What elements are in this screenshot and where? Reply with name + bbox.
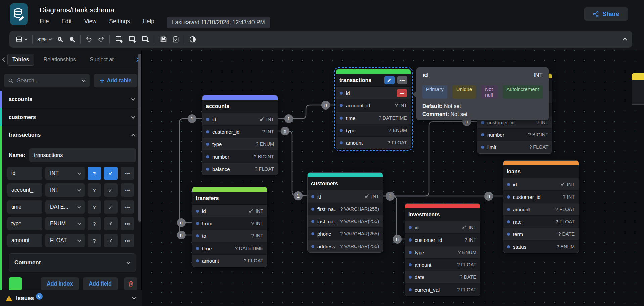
table-field-row[interactable]: status? ENUM [503, 240, 579, 253]
zoom-level-dropdown[interactable]: 82% [37, 37, 52, 42]
add-table-button-sidebar[interactable]: Add table [94, 74, 137, 87]
field-type-select[interactable]: FLOAT [45, 234, 85, 247]
table-field-row[interactable]: customer_id? INT [405, 233, 480, 246]
table-field-row[interactable]: idINT [308, 190, 383, 203]
redo-button[interactable] [97, 36, 105, 43]
table-field-row[interactable]: last_na...? VARCHAR(255) [308, 215, 383, 227]
tabs-scroll-left-icon[interactable] [2, 57, 5, 62]
field-nullable-toggle[interactable]: ? [88, 217, 101, 230]
menu-item-edit[interactable]: Edit [61, 18, 71, 25]
field-more-button[interactable]: ••• [121, 234, 134, 247]
field-more-button[interactable]: ••• [121, 183, 134, 197]
table-field-row[interactable]: type? ENUM [202, 138, 278, 150]
drawdb-logo-icon[interactable] [10, 3, 28, 25]
field-more-button[interactable]: ••• [121, 217, 134, 230]
table-field-row[interactable]: type? ENUM [405, 246, 480, 258]
toolbar-collapse-button[interactable] [622, 38, 628, 41]
tab-subject-ar[interactable]: Subject ar [85, 54, 119, 65]
table-field-row[interactable]: idINT [202, 113, 278, 125]
field-nullable-toggle[interactable]: ? [88, 200, 101, 214]
field-name-input[interactable]: time [7, 200, 42, 214]
add-index-button[interactable]: Add index [41, 277, 79, 290]
field-more-button[interactable]: ••• [121, 167, 134, 180]
table-field-row[interactable]: term? DATE [503, 228, 579, 240]
field-primary-toggle[interactable] [104, 183, 118, 197]
table-field-row[interactable]: phone? VARCHAR(255) [308, 227, 383, 240]
table-field-row[interactable]: idINT [192, 205, 267, 217]
menu-item-view[interactable]: View [84, 18, 97, 25]
layout-panels-button[interactable] [15, 36, 28, 43]
diagram-table-transactions[interactable]: transactions ••• id account_id? INT time… [336, 69, 411, 149]
search-input[interactable]: Search... [4, 74, 90, 87]
field-name-input[interactable]: account_ [7, 183, 42, 197]
field-name-input[interactable]: id [7, 167, 42, 180]
field-more-button[interactable]: ••• [121, 200, 134, 214]
table-field-row[interactable]: current_val? FLOAT [405, 283, 480, 296]
table-field-row[interactable]: customer_id? INT [202, 125, 278, 138]
offscreen-table-sliver[interactable] [632, 73, 644, 105]
field-primary-toggle[interactable] [104, 200, 118, 214]
accordion-header-transactions[interactable]: transactions [0, 126, 141, 144]
field-name-input[interactable]: amount [7, 234, 42, 247]
table-field-row[interactable]: first_na...? VARCHAR(255) [308, 203, 383, 215]
table-name-input[interactable]: transactions [29, 148, 136, 162]
table-field-row[interactable]: from? INT [192, 217, 267, 229]
sidebar-scrollbar[interactable] [138, 54, 141, 222]
table-more-button[interactable]: ••• [397, 76, 407, 84]
field-type-select[interactable]: INT [45, 167, 85, 180]
diagram-table-loans[interactable]: loans idINT customer_id? INT amount? FLO… [503, 160, 579, 253]
table-field-row[interactable]: idINT [503, 178, 579, 190]
table-field-row[interactable]: time? DATETIME [192, 242, 267, 254]
table-field-row[interactable]: address? VARCHAR(255) [308, 240, 383, 252]
issues-bar[interactable]: Issues 0 [0, 290, 142, 306]
add-field-button[interactable]: Add field [83, 277, 118, 290]
edit-table-button[interactable] [384, 76, 395, 84]
field-type-select[interactable]: DATE... [45, 200, 85, 214]
table-field-row[interactable]: balance? FLOAT [202, 163, 278, 175]
theme-contrast-button[interactable] [189, 36, 196, 43]
table-field-row[interactable]: account_id? INT [336, 99, 411, 112]
field-primary-toggle[interactable] [104, 167, 118, 180]
field-nullable-toggle[interactable]: ? [88, 167, 101, 180]
table-field-row[interactable]: amount? FLOAT [192, 254, 267, 267]
tab-tables[interactable]: Tables [7, 54, 34, 66]
table-field-row[interactable]: idINT [405, 221, 480, 233]
diagram-table-accounts[interactable]: accounts idINT customer_id? INT type? EN… [202, 95, 278, 175]
field-primary-toggle[interactable] [104, 234, 118, 247]
diagram-table-customers[interactable]: customers idINT first_na...? VARCHAR(255… [307, 172, 383, 253]
table-field-row[interactable]: limit? FLOAT [477, 141, 552, 153]
table-field-row[interactable]: amount? FLOAT [336, 136, 411, 149]
table-field-row[interactable]: rate? FLOAT [503, 215, 579, 228]
delete-table-button[interactable] [124, 277, 137, 290]
add-table-button[interactable] [114, 35, 123, 44]
share-button[interactable]: Share [584, 7, 628, 21]
zoom-in-button[interactable] [57, 36, 64, 43]
menu-item-help[interactable]: Help [143, 18, 154, 25]
tab-relationships[interactable]: Relationships [39, 54, 81, 65]
comment-section[interactable]: Comment [9, 253, 136, 272]
table-field-row[interactable]: to? INT [192, 229, 267, 242]
table-field-row[interactable]: customer_id? INT [503, 190, 579, 203]
chevron-down-icon[interactable] [132, 297, 136, 300]
table-field-row[interactable]: date? DATE [405, 271, 480, 283]
menu-item-file[interactable]: File [40, 18, 49, 25]
diagram-table-transfers[interactable]: transfers idINT from? INT to? INT time? … [192, 187, 267, 267]
table-field-row[interactable]: id [336, 87, 411, 99]
add-area-button[interactable] [128, 35, 137, 44]
field-type-select[interactable]: INT [45, 183, 85, 197]
accordion-header-customers[interactable]: customers [0, 108, 141, 126]
add-note-button[interactable] [141, 35, 150, 44]
table-field-row[interactable]: amount? FLOAT [405, 258, 480, 271]
menu-item-settings[interactable]: Settings [109, 18, 130, 25]
table-field-row[interactable]: number? BIGINT [477, 128, 552, 141]
field-nullable-toggle[interactable]: ? [88, 183, 101, 197]
diagram-table-investments[interactable]: investments idINT customer_id? INT type?… [405, 203, 480, 296]
todo-button[interactable] [172, 36, 179, 43]
table-field-row[interactable]: amount? FLOAT [503, 203, 579, 215]
accordion-header-accounts[interactable]: accounts [0, 91, 141, 108]
zoom-out-button[interactable] [68, 36, 76, 43]
field-primary-toggle[interactable] [104, 217, 118, 230]
field-type-select[interactable]: ENUM [45, 217, 85, 230]
field-name-input[interactable]: type [7, 217, 42, 230]
table-color-swatch[interactable] [9, 277, 22, 290]
